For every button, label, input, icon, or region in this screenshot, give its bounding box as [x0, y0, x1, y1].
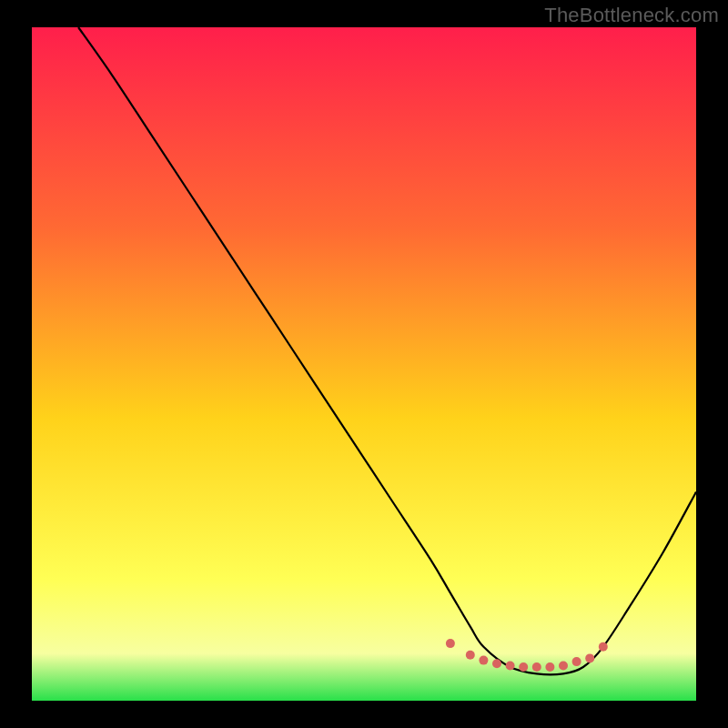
data-dot [492, 659, 501, 668]
plot-area [32, 27, 696, 701]
watermark-label: TheBottleneck.com [544, 4, 719, 27]
data-dot [479, 656, 488, 665]
data-dot [572, 657, 581, 666]
gradient-bg [32, 27, 696, 701]
data-dot [585, 653, 594, 662]
data-dot [559, 662, 568, 671]
chart-frame: TheBottleneck.com [0, 0, 728, 728]
chart-svg [0, 0, 728, 728]
data-dot [532, 662, 541, 672]
data-dot [506, 662, 515, 671]
data-dot [599, 642, 608, 652]
data-dot [466, 651, 475, 660]
data-dot [446, 639, 455, 648]
data-dot [545, 662, 554, 672]
data-dot [519, 662, 528, 672]
